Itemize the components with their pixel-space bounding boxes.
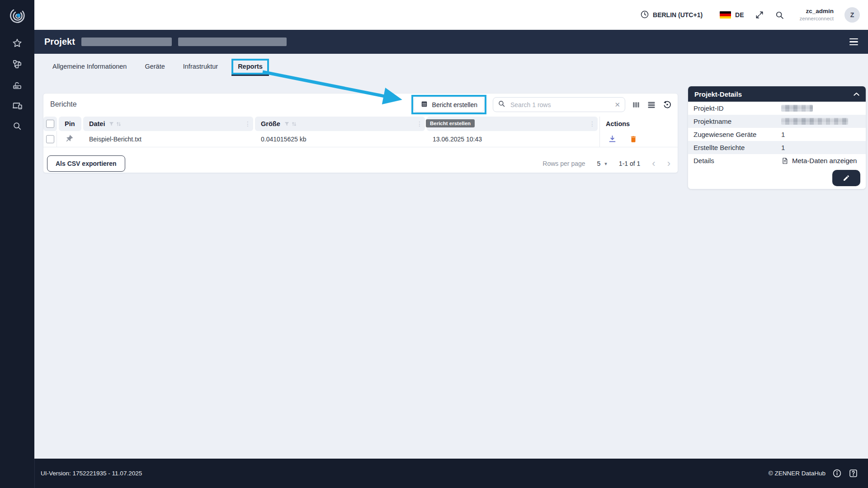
detail-row-erstellte-berichte: Erstellte Berichte 1 [688,141,866,154]
info-icon[interactable] [832,469,842,478]
page-title: Projekt [44,37,75,47]
avatar[interactable]: Z [844,7,860,23]
detail-value: 1 [781,131,785,138]
help-icon[interactable] [849,469,858,478]
detail-label: Projektname [693,117,731,125]
select-all-checkbox[interactable] [46,120,54,128]
edit-project-button[interactable] [832,170,860,186]
create-report-label: Bericht erstellen [432,101,477,108]
filter-funnel-icon[interactable] [108,121,114,127]
copyright-label: © ZENNER DataHub [769,470,826,477]
search-icon [498,100,505,109]
filter-funnel-icon[interactable] [284,121,290,127]
row-select-cell [43,131,57,147]
table-search: ✕ [493,97,625,112]
caret-down-icon: ▾ [604,161,607,167]
row-pin-cell [59,131,81,147]
detail-value: 1 [781,144,785,151]
column-menu-icon[interactable]: ⋮ [416,120,423,127]
page-header: Projekt [34,30,868,54]
language-selector[interactable]: DE [720,11,744,19]
timezone-selector[interactable]: BERLIN (UTC+1) [640,10,703,20]
actions-column-label: Actions [606,120,630,127]
username: zc_admin [800,8,834,15]
annotation-box-create-button: Bericht erstellen [411,95,486,114]
history-restore-icon[interactable] [662,100,672,109]
zenner-connect-logo-icon[interactable] [7,5,27,27]
create-report-tooltip: Bericht erstellen [426,119,475,127]
tab-allgemeine-informationen[interactable]: Allgemeine Informationen [43,59,136,75]
search-sidebar-icon[interactable] [12,121,22,133]
column-menu-icon[interactable]: ⋮ [245,120,251,127]
delete-trash-icon[interactable] [629,135,637,143]
redacted-project-name-part2 [178,38,287,46]
search-input[interactable] [509,101,610,109]
detail-row-details: Details Meta-Daten anzeigen [688,154,866,167]
fullscreen-icon[interactable] [755,10,764,19]
gateway-router-icon[interactable] [12,80,23,92]
ui-version-label: UI-Version: 1752221935 - 11.07.2025 [41,470,142,477]
clear-search-icon[interactable]: ✕ [614,101,620,109]
search-topbar-icon[interactable] [775,10,784,20]
detail-label: Details [693,157,714,164]
sort-icon[interactable] [116,121,122,127]
language-label: DE [735,11,744,19]
header-cell-select [43,117,57,131]
detail-label: Erstellte Berichte [693,144,745,151]
projects-hierarchy-icon[interactable] [12,59,23,71]
table-toolbar: Bericht erstellen ✕ [411,95,672,114]
tab-reports[interactable]: Reports [238,61,263,73]
pushpin-icon[interactable] [65,135,73,143]
spreadsheet-icon [420,100,428,109]
favorites-star-icon[interactable] [12,38,23,50]
content-area: Allgemeine Informationen Geräte Infrastr… [34,54,868,459]
project-details-footer [688,167,866,189]
redacted-projektname [781,118,848,125]
column-menu-icon[interactable]: ⋮ [589,120,595,127]
header-cell-datei: Datei ⋮ [83,117,253,131]
document-icon [781,157,788,164]
redacted-projekt-id [781,105,813,112]
tab-geraete[interactable]: Geräte [136,59,174,75]
organization: zennerconnect [800,15,834,22]
annotation-box-reports-tab: Reports [231,59,269,75]
user-menu[interactable]: zc_admin zennerconnect [800,8,834,22]
download-icon[interactable] [608,135,617,143]
berichte-card: Berichte Bericht erstellen [43,93,678,173]
header-cell-actions: Actions [599,117,678,131]
row-checkbox[interactable] [46,135,54,143]
row-density-icon[interactable] [647,100,656,109]
table-row: Beispiel-Bericht.txt 0.041015625 kb 13.0… [43,131,678,147]
pagination: Rows per page 5 ▾ 1-1 of 1 ‹ › [542,155,670,172]
size-column-label: Größe [261,120,280,127]
clock-icon [640,10,649,20]
rows-per-page-select[interactable]: 5 ▾ [597,160,607,167]
active-tab-underline [231,75,269,76]
pin-column-label: Pin [65,120,75,127]
detail-row-projektname: Projektname [688,115,866,128]
footer: UI-Version: 1752221935 - 11.07.2025 © ZE… [34,459,868,488]
export-csv-button[interactable]: Als CSV exportieren [47,155,125,172]
detail-label: Projekt-ID [693,104,724,112]
row-size-cell: 0.041015625 kb [255,131,425,147]
columns-icon[interactable] [632,100,641,109]
project-details-header[interactable]: Projekt-Details [688,86,866,102]
menu-hamburger-icon[interactable] [849,38,858,46]
tab-bar: Allgemeine Informationen Geräte Infrastr… [34,54,274,79]
sort-icon[interactable] [291,121,297,127]
file-column-label: Datei [89,120,105,127]
german-flag-icon [720,11,731,19]
project-details-title: Projekt-Details [694,90,742,98]
tab-infrastruktur[interactable]: Infrastruktur [174,59,227,75]
create-report-button[interactable]: Bericht erstellen [414,97,484,112]
devices-icon[interactable] [12,100,23,113]
berichte-title: Berichte [50,100,77,108]
show-metadata-link[interactable]: Meta-Daten anzeigen [792,157,857,164]
row-file-cell: Beispiel-Bericht.txt [83,131,253,147]
sidebar [0,0,34,488]
next-page-icon[interactable]: › [667,159,670,169]
prev-page-icon[interactable]: ‹ [652,159,655,169]
rows-per-page-value: 5 [597,160,601,167]
pagination-range: 1-1 of 1 [619,160,640,167]
timezone-label: BERLIN (UTC+1) [653,11,703,19]
